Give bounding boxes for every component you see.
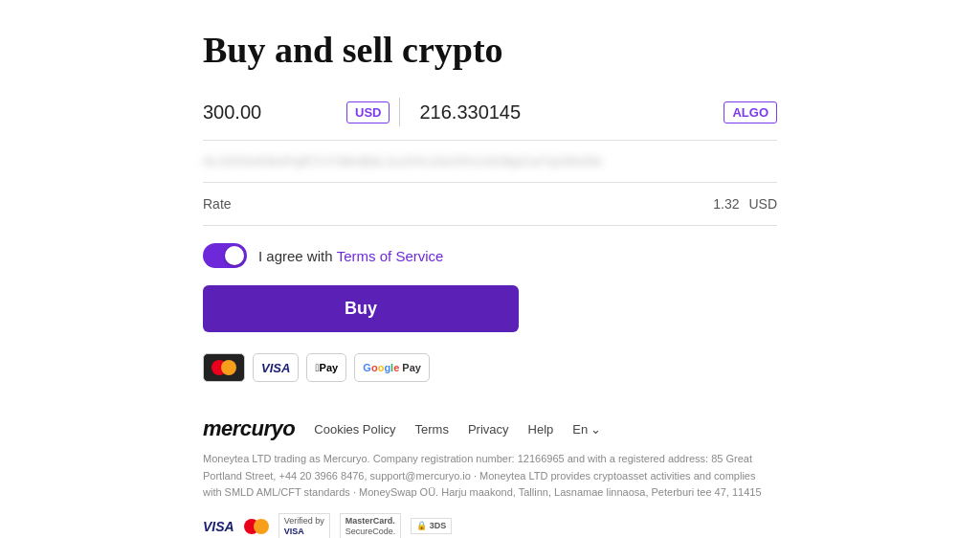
rate-value: 1.32 USD xyxy=(707,196,777,212)
wallet-row: ALGO3xK9mPqR7vYtWnBdL2sJhXcZeUfA1oGiNpCw… xyxy=(203,154,777,183)
tos-link[interactable]: Terms of Service xyxy=(337,248,444,264)
visa-icon: VISA xyxy=(253,353,299,382)
tos-prefix: I agree with xyxy=(258,248,337,264)
footer-3ds-logo: 🔒 3DS xyxy=(411,518,452,534)
footer-bottom-logos: VISA Verified by VISA MasterCard. Secure… xyxy=(203,513,777,538)
from-amount-input[interactable] xyxy=(203,101,337,123)
footer-verified-visa: Verified by VISA xyxy=(278,513,330,538)
footer-link-help[interactable]: Help xyxy=(528,422,554,437)
rate-label: Rate xyxy=(203,196,232,212)
footer-brand: mercuryo xyxy=(203,416,295,441)
to-currency-selector[interactable]: ALGO xyxy=(724,101,777,123)
from-currency-selector[interactable]: USD xyxy=(346,101,390,123)
applepay-icon: Pay xyxy=(306,353,346,382)
googlepay-text: Google Pay xyxy=(363,362,421,373)
footer-link-cookies[interactable]: Cookies Policy xyxy=(314,422,395,437)
tos-text: I agree with Terms of Service xyxy=(258,248,443,264)
footer-mc-orange xyxy=(254,519,269,534)
toggle-slider xyxy=(203,243,247,268)
buy-button[interactable]: Buy xyxy=(203,285,519,332)
footer-visa-logo: VISA xyxy=(203,519,234,534)
footer: mercuryo Cookies Policy Terms Privacy He… xyxy=(203,416,777,538)
mastercard-circles xyxy=(212,360,236,375)
footer-mc-logo xyxy=(244,519,269,534)
visa-text: VISA xyxy=(261,361,290,375)
googlepay-icon: Google Pay xyxy=(354,353,430,382)
mastercard-icon xyxy=(203,353,245,382)
footer-lang-selector[interactable]: En ⌄ xyxy=(572,422,601,437)
footer-link-privacy[interactable]: Privacy xyxy=(468,422,509,437)
footer-mastercard-securecode: MasterCard. SecureCode. xyxy=(340,513,402,538)
exchange-row: USD 216.330145 ALGO xyxy=(203,98,777,141)
footer-link-terms[interactable]: Terms xyxy=(415,422,449,437)
page-title: Buy and sell crypto xyxy=(203,29,777,71)
tos-row: I agree with Terms of Service xyxy=(203,243,777,268)
tos-toggle[interactable] xyxy=(203,243,247,268)
wallet-address-display: ALGO3xK9mPqR7vYtWnBdL2sJhXcZeUfA1oGiNpCw… xyxy=(203,154,777,168)
rate-row: Rate 1.32 USD xyxy=(203,196,777,226)
footer-legal-text: Moneytea LTD trading as Mercuryo. Compan… xyxy=(203,451,777,502)
applepay-text: Pay xyxy=(316,362,339,373)
to-amount-display: 216.330145 xyxy=(419,101,714,123)
mc-orange-circle xyxy=(221,360,236,375)
payment-icons-row: VISA Pay Google Pay xyxy=(203,353,777,382)
divider xyxy=(399,98,400,126)
chevron-down-icon: ⌄ xyxy=(590,422,601,437)
footer-top: mercuryo Cookies Policy Terms Privacy He… xyxy=(203,416,777,441)
